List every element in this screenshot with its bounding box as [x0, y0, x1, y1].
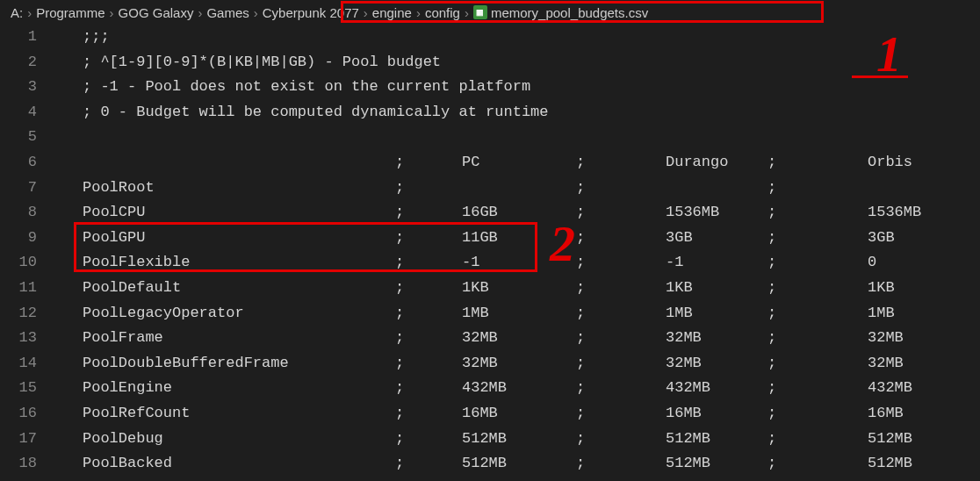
pool-name: PoolBacked	[83, 451, 172, 477]
breadcrumb-item[interactable]: Programme	[36, 5, 104, 20]
separator: ;	[395, 351, 404, 377]
code-line[interactable]: PoolBacked;512MB;512MB;512MB	[56, 451, 980, 477]
breadcrumb-drive[interactable]: A:	[11, 5, 23, 20]
code-line[interactable]: PoolGPU;11GB;3GB;3GB	[56, 226, 980, 251]
line-number: 17	[0, 427, 37, 452]
breadcrumb-item[interactable]: Games	[206, 5, 249, 20]
separator: ;	[767, 250, 776, 276]
separator: ;	[576, 301, 585, 327]
code-line[interactable]	[56, 125, 980, 150]
pool-name: PoolRefCount	[83, 401, 190, 427]
pc-value: -1	[462, 250, 479, 276]
code-line[interactable]: PoolFrame;32MB;32MB;32MB	[56, 326, 980, 351]
code-line[interactable]: PoolRefCount;16MB;16MB;16MB	[56, 401, 980, 427]
pc-value: 512MB	[462, 427, 507, 452]
separator: ;	[767, 150, 776, 176]
pc-value: 432MB	[462, 376, 507, 401]
line-number: 11	[0, 276, 37, 301]
pool-name: PoolFrame	[83, 326, 163, 351]
orbis-value: 1536MB	[868, 200, 921, 226]
code-editor[interactable]: 123456789101112131415161718 ;;;; ^[1-9][…	[0, 25, 980, 481]
separator: ;	[395, 176, 404, 201]
separator: ;	[576, 276, 585, 301]
code-line[interactable]: ; -1 - Pool does not exist on the curren…	[56, 75, 980, 100]
line-number: 8	[0, 200, 37, 226]
separator: ;	[395, 326, 404, 351]
pc-value: 32MB	[462, 326, 498, 351]
separator: ;	[576, 176, 585, 201]
durango-value: 512MB	[666, 451, 710, 477]
chevron-right-icon: ›	[254, 5, 258, 20]
code-line[interactable]: PoolEngine;432MB;432MB;432MB	[56, 376, 980, 401]
separator: ;	[767, 226, 776, 251]
separator: ;	[395, 376, 404, 401]
line-number: 2	[0, 50, 37, 75]
breadcrumb-item[interactable]: Cyberpunk 2077	[263, 5, 359, 20]
separator: ;	[767, 351, 776, 377]
pool-name: PoolCPU	[83, 200, 145, 226]
code-line[interactable]: PoolDoubleBufferedFrame;32MB;32MB;32MB	[56, 351, 980, 377]
line-number: 15	[0, 376, 37, 401]
chevron-right-icon: ›	[465, 5, 469, 20]
line-number: 3	[0, 75, 37, 100]
pool-name: PoolDefault	[83, 276, 181, 301]
separator: ;	[576, 150, 585, 176]
pc-value: 1MB	[462, 301, 489, 327]
breadcrumb-item[interactable]: engine	[372, 5, 412, 20]
chevron-right-icon: ›	[364, 5, 368, 20]
pc-value: 16MB	[462, 401, 498, 427]
durango-value: -1	[666, 250, 683, 276]
durango-value: 16MB	[666, 401, 702, 427]
pc-value: 16GB	[462, 200, 498, 226]
separator: ;	[576, 351, 585, 377]
orbis-value: 0	[868, 250, 876, 276]
separator: ;	[576, 226, 585, 251]
line-number: 10	[0, 250, 37, 276]
durango-value: 32MB	[666, 326, 702, 351]
chevron-right-icon: ›	[198, 5, 202, 20]
pc-value: PC	[462, 150, 479, 176]
orbis-value: 432MB	[868, 376, 912, 401]
separator: ;	[767, 276, 776, 301]
code-line[interactable]: ; ^[1-9][0-9]*(B|KB|MB|GB) - Pool budget	[56, 50, 980, 75]
pool-name: PoolDoubleBufferedFrame	[83, 351, 289, 377]
separator: ;	[767, 401, 776, 427]
separator: ;	[395, 200, 404, 226]
code-line[interactable]: ;;;	[56, 25, 980, 50]
orbis-value: 3GB	[868, 226, 895, 251]
orbis-value: 32MB	[868, 326, 904, 351]
code-line[interactable]: PoolRoot;;;	[56, 176, 980, 201]
code-line[interactable]: PoolDefault;1KB;1KB;1KB	[56, 276, 980, 301]
separator: ;	[576, 376, 585, 401]
code-line[interactable]: PoolDebug;512MB;512MB;512MB	[56, 427, 980, 452]
separator: ;	[395, 276, 404, 301]
breadcrumb[interactable]: A: › Programme › GOG Galaxy › Games › Cy…	[0, 0, 980, 25]
pool-name: PoolLegacyOperator	[83, 301, 244, 327]
code-line[interactable]: ; 0 - Budget will be computed dynamicall…	[56, 100, 980, 126]
line-number: 4	[0, 100, 37, 126]
separator: ;	[576, 200, 585, 226]
separator: ;	[576, 451, 585, 477]
breadcrumb-item[interactable]: GOG Galaxy	[119, 5, 194, 20]
code-line[interactable]: PoolFlexible;-1;-1;0	[56, 250, 980, 276]
separator: ;	[767, 451, 776, 477]
separator: ;	[576, 427, 585, 452]
durango-value: Durango	[666, 150, 728, 176]
pool-name: PoolRoot	[83, 176, 155, 201]
separator: ;	[395, 150, 404, 176]
pc-value: 11GB	[462, 226, 498, 251]
code-line[interactable]: PoolCPU;16GB;1536MB;1536MB	[56, 200, 980, 226]
pool-name: PoolGPU	[83, 226, 145, 251]
orbis-value: 1KB	[868, 276, 895, 301]
code-line[interactable]: ;PC;Durango;Orbis	[56, 150, 980, 176]
code-content[interactable]: ;;;; ^[1-9][0-9]*(B|KB|MB|GB) - Pool bud…	[56, 25, 980, 481]
durango-value: 3GB	[666, 226, 693, 251]
durango-value: 512MB	[666, 427, 710, 452]
code-line[interactable]: PoolLegacyOperator;1MB;1MB;1MB	[56, 301, 980, 327]
chevron-right-icon: ›	[110, 5, 114, 20]
breadcrumb-item[interactable]: config	[425, 5, 460, 20]
durango-value: 432MB	[666, 376, 710, 401]
separator: ;	[576, 250, 585, 276]
breadcrumb-file[interactable]: memory_pool_budgets.csv	[491, 5, 648, 20]
pool-name: PoolFlexible	[83, 250, 190, 276]
